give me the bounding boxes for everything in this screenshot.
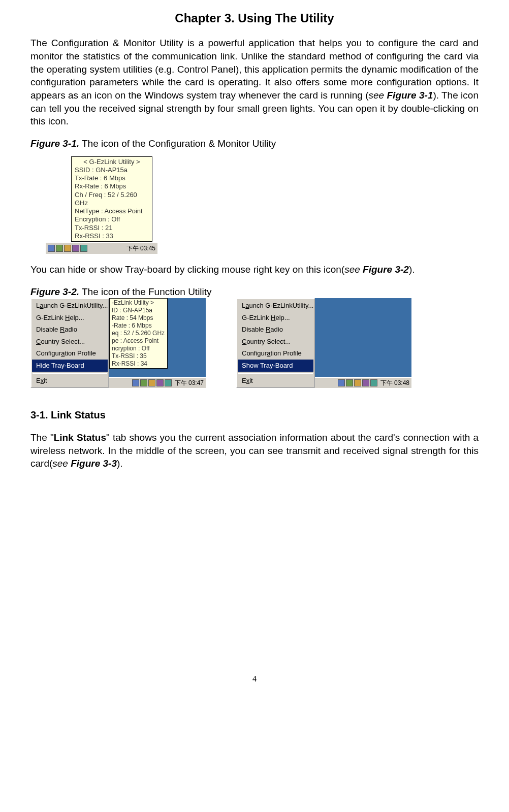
figure-3-1: < G-EzLink Utility > SSID : GN-AP15a Tx-… <box>46 156 157 254</box>
section-text-post: ). <box>117 458 123 469</box>
tray-icon[interactable] <box>346 379 353 386</box>
menu-item-disable-radio[interactable]: Disable Radio <box>32 323 108 336</box>
menu-item-help[interactable]: G-EzLink Help... <box>238 312 313 324</box>
tray-icon[interactable] <box>148 379 155 386</box>
systray-tooltip: < G-EzLink Utility > SSID : GN-AP15a Tx-… <box>71 156 152 242</box>
figure-caption-text: The icon of the Function Utility <box>79 286 212 297</box>
menu-item-disable-radio[interactable]: Disable Radio <box>238 323 313 336</box>
tray-icon[interactable] <box>338 379 345 386</box>
tray-icon[interactable] <box>56 245 63 252</box>
tray-icon-group <box>338 379 377 386</box>
context-menu-show-variant: Launch G-EzLinkUtility... G-EzLink Help.… <box>236 298 411 388</box>
see-text: see <box>344 264 363 275</box>
tray-icon[interactable] <box>354 379 361 386</box>
figure-label: Figure 3-2. <box>30 286 79 297</box>
tray-clock: 下午 03:48 <box>380 379 409 387</box>
menu-item-hide-tray[interactable]: Hide Tray-Board <box>32 360 108 372</box>
tooltip-title: < G-EzLink Utility > <box>75 158 149 166</box>
link-status-term: Link Status <box>54 432 106 443</box>
menu-item-country-select[interactable]: Country Select... <box>32 336 108 348</box>
menu-separator <box>33 373 107 374</box>
figure-3-2: Launch G-EzLinkUtility... G-EzLink Help.… <box>30 298 479 388</box>
desktop-area: 下午 03:48 <box>315 298 411 388</box>
tooltip-rxrssi: Rx-RSSI : 33 <box>75 232 149 240</box>
desktop-area: -EzLink Utility > ID : GN-AP15a Rate : 5… <box>109 298 206 388</box>
tooltip-txrssi: Tx-RSSI : 21 <box>75 224 149 232</box>
tray-icon-group <box>132 379 172 386</box>
tooltip-nettype: NetType : Access Point <box>75 207 149 215</box>
tray-icon[interactable] <box>64 245 71 252</box>
tray-icon[interactable] <box>140 379 147 386</box>
figure-ref-3-3: Figure 3-3 <box>71 458 117 469</box>
intro-paragraph: The Configuration & Monitor Utility is a… <box>30 37 479 127</box>
page-number: 4 <box>30 673 479 685</box>
tray-icon[interactable] <box>48 245 55 252</box>
figure-ref-3-1: Figure 3-1 <box>387 90 433 101</box>
tray-icon[interactable] <box>156 379 164 386</box>
tray-icon[interactable] <box>370 379 377 386</box>
see-text: see <box>369 90 387 101</box>
mid-text-1: You can hide or show Tray-board by click… <box>30 264 344 275</box>
tray-icon[interactable] <box>165 379 172 386</box>
menu-item-launch[interactable]: Launch G-EzLinkUtility... <box>32 300 108 312</box>
tray-icon[interactable] <box>80 245 87 252</box>
section-paragraph: The "Link Status" tab shows you the curr… <box>30 431 479 470</box>
system-tray[interactable]: 下午 03:48 <box>315 377 411 388</box>
mid-paragraph: You can hide or show Tray-board by click… <box>30 263 479 276</box>
tray-icon-group <box>48 245 87 252</box>
menu-item-exit[interactable]: Exit <box>32 375 108 387</box>
see-text: see <box>52 458 71 469</box>
tray-icon[interactable] <box>362 379 369 386</box>
tooltip-txrate: Tx-Rate : 6 Mbps <box>75 174 149 182</box>
menu-item-config-profile[interactable]: Configuration Profile <box>32 347 108 360</box>
figure-label: Figure 3-1. <box>30 138 79 149</box>
tooltip-encryption: Encryption : Off <box>75 215 149 223</box>
tray-clock: 下午 03:45 <box>126 244 155 252</box>
menu-item-help[interactable]: G-EzLink Help... <box>32 312 108 324</box>
figure-3-1-caption: Figure 3-1. The icon of the Configuratio… <box>30 137 479 150</box>
chapter-title: Chapter 3. Using The Utility <box>30 10 479 26</box>
menu-item-country-select[interactable]: Country Select... <box>238 336 313 348</box>
figure-3-2-caption: Figure 3-2. The icon of the Function Uti… <box>30 285 479 299</box>
context-menu: Launch G-EzLinkUtility... G-EzLink Help.… <box>30 298 109 388</box>
partial-tooltip: -EzLink Utility > ID : GN-AP15a Rate : 5… <box>109 298 168 369</box>
tray-clock: 下午 03:47 <box>175 379 204 387</box>
system-tray[interactable]: 下午 03:47 <box>109 377 206 388</box>
menu-item-exit[interactable]: Exit <box>238 375 313 387</box>
system-tray[interactable]: 下午 03:45 <box>46 242 157 254</box>
tray-icon[interactable] <box>72 245 79 252</box>
menu-item-config-profile[interactable]: Configuration Profile <box>238 347 313 360</box>
figure-caption-text: The icon of the Configuration & Monitor … <box>79 138 276 149</box>
section-text-pre: The " <box>30 432 54 443</box>
tooltip-ssid: SSID : GN-AP15a <box>75 166 149 174</box>
tooltip-chfreq: Ch / Freq : 52 / 5.260 GHz <box>75 191 149 208</box>
menu-item-launch[interactable]: Launch G-EzLinkUtility... <box>238 300 313 312</box>
menu-item-show-tray[interactable]: Show Tray-Board <box>238 360 313 372</box>
menu-separator <box>238 373 313 374</box>
tray-icon[interactable] <box>132 379 139 386</box>
tooltip-rxrate: Rx-Rate : 6 Mbps <box>75 182 149 190</box>
context-menu: Launch G-EzLinkUtility... G-EzLink Help.… <box>236 298 315 388</box>
figure-ref-3-2: Figure 3-2 <box>363 264 409 275</box>
mid-text-2: ). <box>409 264 415 275</box>
section-heading-link-status: 3-1. Link Status <box>30 408 479 422</box>
context-menu-hide-variant: Launch G-EzLinkUtility... G-EzLink Help.… <box>30 298 206 388</box>
